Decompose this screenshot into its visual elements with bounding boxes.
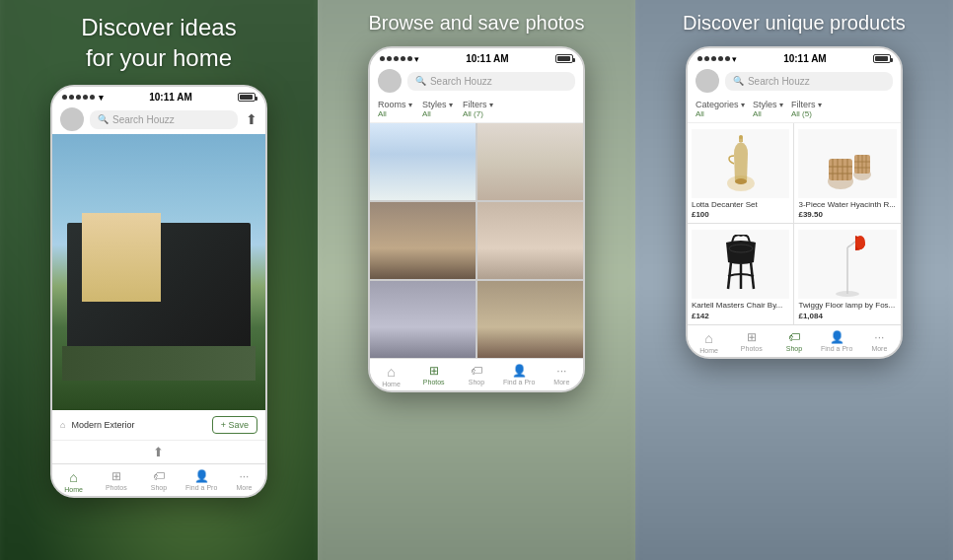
phone-3: ▾ 10:11 AM 🔍 Search Houzz	[686, 46, 903, 359]
home-icon-2: ⌂	[387, 364, 395, 380]
bottom-nav-2: ⌂ Home ⊞ Photos 🏷 Shop 👤 Find a Pro ···	[370, 358, 583, 390]
dot	[704, 56, 709, 61]
column-products: Discover unique products ▾ 10:11 AM	[635, 0, 953, 560]
house-accent	[82, 213, 161, 302]
product-name-lamp: Twiggy Floor lamp by Fos...	[798, 301, 897, 311]
wifi-3: ▾	[732, 54, 737, 64]
search-text-1: Search Houzz	[112, 114, 175, 125]
product-image-chair	[692, 230, 790, 299]
filter-filters-3[interactable]: Filters ▾ All (5)	[791, 100, 822, 118]
photos-icon-2: ⊞	[429, 364, 439, 378]
nav-item-pro-1[interactable]: 👤 Find a Pro	[181, 469, 223, 493]
search-bar-1[interactable]: 🔍 Search Houzz	[90, 110, 238, 129]
svg-point-1	[735, 178, 747, 184]
photo-cell-2-2	[477, 123, 583, 200]
photo-cell-2-4	[477, 202, 583, 279]
column-2-heading: Browse and save photos	[368, 12, 584, 35]
filter-filters[interactable]: Filters ▾ All (7)	[463, 100, 493, 118]
filter-categories[interactable]: Categories ▾ All	[696, 100, 745, 118]
battery-tip	[256, 97, 257, 101]
nav-home-3[interactable]: ⌂ Home	[688, 330, 730, 354]
nav-item-more-1[interactable]: ··· More	[223, 469, 265, 493]
photo-cell-2-5	[370, 281, 476, 358]
nav-photos-2[interactable]: ⊞ Photos	[412, 364, 455, 387]
signal-3: ▾	[697, 54, 737, 64]
nav-pro-3[interactable]: 👤 Find a Pro	[816, 330, 858, 354]
column-3-heading: Discover unique products	[683, 12, 906, 35]
nav-shop-3[interactable]: 🏷 Shop	[772, 330, 815, 354]
more-label-1: More	[236, 484, 252, 491]
filter-bar-2: Rooms ▾ All Styles ▾ All Filters ▾ All (…	[370, 96, 583, 123]
caption-text-1: Modern Exterior	[71, 420, 205, 430]
product-decanter[interactable]: Lotta Decanter Set £100	[688, 123, 794, 223]
dot	[394, 56, 399, 61]
home-label-3: Home	[699, 347, 718, 354]
signal-dot	[83, 95, 88, 100]
save-label-1: + Save	[221, 420, 249, 430]
nav-home-2[interactable]: ⌂ Home	[370, 364, 412, 387]
dot	[725, 56, 730, 61]
signal-dot	[90, 95, 95, 100]
nav-photos-3[interactable]: ⊞ Photos	[730, 330, 772, 354]
phone-1: ▾ 10:11 AM 🔍 Search Houzz ⬆	[50, 85, 267, 498]
share-icon-bottom[interactable]: ⬆	[153, 445, 164, 459]
photos-icon-3: ⊞	[747, 330, 757, 344]
search-icon-2: 🔍	[415, 76, 426, 86]
photos-label-3: Photos	[741, 345, 763, 352]
home-icon-1: ⌂	[69, 469, 77, 485]
nav-item-shop-1[interactable]: 🏷 Shop	[137, 469, 180, 493]
more-label-3: More	[871, 345, 887, 352]
product-basket[interactable]: 3-Piece Water Hyacinth R... £39.50	[794, 123, 901, 223]
search-bar-2[interactable]: 🔍 Search Houzz	[407, 72, 575, 91]
photo-room-5	[370, 281, 476, 358]
column-browse: Browse and save photos ▾ 10:11 AM	[318, 0, 635, 560]
share-icon-1[interactable]: ⬆	[246, 111, 257, 127]
search-bar-3[interactable]: 🔍 Search Houzz	[725, 72, 893, 91]
battery-tip-3	[891, 58, 893, 62]
phone-2: ▾ 10:11 AM 🔍 Search Houzz	[368, 46, 585, 392]
search-icon-1: 🔍	[98, 114, 109, 124]
signal-dots: ▾	[62, 93, 104, 103]
nav-shop-2[interactable]: 🏷 Shop	[455, 364, 497, 387]
share-bar: ⬆	[52, 440, 265, 463]
time-2: 10:11 AM	[466, 53, 509, 64]
filter-rooms[interactable]: Rooms ▾ All	[378, 100, 412, 118]
pro-icon-1: 👤	[194, 469, 209, 483]
nav-pro-2[interactable]: 👤 Find a Pro	[498, 364, 541, 387]
nav-more-2[interactable]: ··· More	[541, 364, 583, 387]
pro-label-2: Find a Pro	[503, 379, 535, 385]
battery-area	[238, 93, 256, 102]
chair-svg	[716, 235, 766, 294]
avatar-1	[60, 107, 84, 131]
battery-fill-3	[875, 56, 888, 61]
home-label-1: Home	[64, 486, 83, 493]
svg-point-2	[739, 135, 743, 139]
photo-cell-2-3	[370, 202, 476, 279]
filter-styles-3[interactable]: Styles ▾ All	[753, 100, 783, 118]
caption-house-icon: ⌂	[60, 420, 65, 430]
pro-icon-3: 👤	[830, 330, 844, 344]
lamp-svg	[828, 233, 867, 297]
save-button-1[interactable]: + Save	[212, 416, 257, 434]
photo-grid-2	[370, 123, 583, 358]
more-icon-1: ···	[239, 469, 249, 483]
time-display-1: 10:11 AM	[149, 92, 192, 103]
basket-svg	[821, 137, 875, 191]
top-bar-2: 🔍 Search Houzz	[370, 66, 583, 96]
nav-item-home-1[interactable]: ⌂ Home	[52, 469, 95, 493]
search-text-3: Search Houzz	[748, 76, 810, 87]
filter-styles[interactable]: Styles ▾ All	[422, 100, 453, 118]
filter-bar-3: Categories ▾ All Styles ▾ All Filters ▾ …	[688, 96, 901, 123]
decanter-svg	[721, 134, 761, 193]
product-lamp[interactable]: Twiggy Floor lamp by Fos... £1,084	[794, 224, 901, 323]
svg-point-21	[855, 236, 865, 249]
house-structure	[62, 183, 256, 381]
battery-icon-3	[873, 54, 891, 63]
product-image-lamp	[798, 230, 897, 299]
shop-label-1: Shop	[151, 484, 167, 491]
pro-label-3: Find a Pro	[821, 345, 852, 352]
battery-2	[555, 54, 573, 63]
nav-item-photos-1[interactable]: ⊞ Photos	[95, 469, 137, 493]
nav-more-3[interactable]: ··· More	[858, 330, 901, 354]
product-chair[interactable]: Kartell Masters Chair By... £142	[688, 224, 794, 323]
